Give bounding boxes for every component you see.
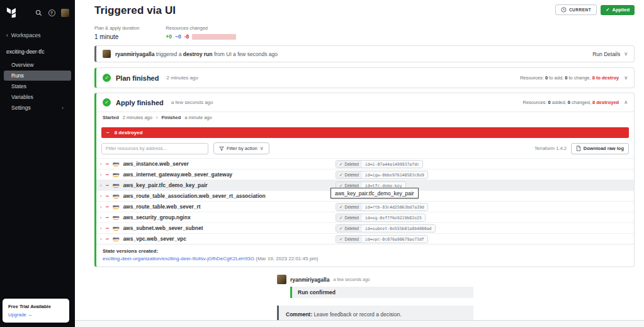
filter-by-action-button[interactable]: Filter by action ∨ [213,142,269,154]
resource-address: aws_route_table_association.web_sever_rt… [123,193,265,199]
chevron-down-icon: ∨ [624,51,628,57]
expand-chevron-icon[interactable]: › [100,236,102,242]
tooltip: aws_key_pair.tfc_demo_key_pair [330,188,419,198]
destroy-minus-icon: − [106,236,109,242]
state-version-link[interactable]: exciting-deer-organization/exciting-deer… [103,256,254,261]
apply-time: a few seconds ago [171,100,213,105]
free-trial-card: Free Trial Available Upgrade → [3,299,69,323]
resource-address: aws_internet_gateway.web_sever_gateway [123,171,232,178]
chevron-down-icon: ∨ [624,75,628,81]
resource-address: aws_instance.web_server [123,161,188,167]
clock-icon [561,7,567,13]
resource-address: aws_route_table.web_sever_rt [123,204,200,210]
filter-resources-input[interactable] [101,143,208,154]
chevron-down-icon: ∨ [260,146,264,151]
sidebar-top-bar: ? [0,0,75,24]
minus-icon: − [106,130,110,135]
apply-title: Apply finished [116,99,164,106]
sidebar-item-states[interactable]: States [4,81,71,91]
comment-user-avatar [277,275,286,284]
expand-chevron-icon[interactable]: › [100,172,102,178]
apply-finished-card: ✓ Apply finished a few seconds ago Resou… [94,93,635,267]
resource-address: aws_security_group.nginx [123,214,190,221]
destroyed-banner: − 8 destroyed [101,127,629,138]
sidebar-item-variables[interactable]: Variables [4,92,71,102]
back-to-workspaces-link[interactable]: ‹ Workspaces [0,24,75,42]
aws-provider-icon: aws [113,215,119,220]
page-title: Triggered via UI [94,4,176,17]
arrow-right-icon: → [28,312,33,318]
download-raw-log-button[interactable]: Download raw log [571,143,629,154]
apply-card-header[interactable]: ✓ Apply finished a few seconds ago Resou… [96,93,634,112]
expand-chevron-icon[interactable]: › [100,226,102,231]
check-icon: ✓ [339,205,342,210]
expand-chevron-icon[interactable]: › [100,193,102,199]
upgrade-link[interactable]: Upgrade → [8,312,64,318]
separator-icon: › [156,115,158,120]
expand-chevron-icon[interactable]: › [100,215,102,221]
sidebar-item-runs[interactable]: Runs [4,71,71,81]
check-icon: ✓ [339,173,342,178]
aws-provider-icon: aws [113,172,119,177]
user-avatar[interactable] [61,9,69,17]
expand-chevron-icon[interactable]: › [100,204,102,210]
run-trigger-card: ryanmiriyagalla triggered a destroy run … [94,45,635,62]
sidebar-item-settings[interactable]: Settings › [4,103,71,113]
resource-row[interactable]: › − aws aws_vpc.web_sever_vpc ✓Deleted i… [96,233,634,244]
sidebar-nav: Overview Runs States Variables Settings … [0,58,75,115]
trigger-user-avatar [103,50,111,58]
deleted-badge: ✓Deleted id=vpc-0c076a90679ae73df [336,235,428,243]
deleted-badge: ✓Deleted id=i-07a44a1499937afdc [336,160,423,168]
resources-changed-count: ~0 [175,33,181,40]
filter-bar: Filter by action ∨ Terraform 1.4.2 Downl… [101,142,629,154]
check-icon: ✓ [606,7,609,13]
comment-user-name: ryanmiriyagalla [290,277,329,283]
expand-chevron-icon[interactable]: › [100,183,102,188]
resource-table: › − aws aws_instance.web_server ✓Deleted… [96,158,634,244]
expand-chevron-icon[interactable]: › [100,161,102,167]
destroy-minus-icon: − [106,204,109,210]
aws-provider-icon: aws [113,236,119,241]
plan-destroy-count: 8 to destroy [592,75,619,81]
run-details-toggle[interactable]: Run Details ∨ [592,51,628,57]
duration-value: 1 minute [94,33,139,40]
aws-provider-icon: aws [113,204,119,209]
apply-success-icon: ✓ [103,98,111,106]
resource-id: id=igw-0bbe976140583c8e9 [362,171,427,178]
apply-timing-row: Started2 minutes ago › Finisheda minute … [96,112,634,123]
footer-strip [75,320,644,327]
resource-id: id=rtb-83c4d25063bd7a39d [362,204,427,210]
search-icon[interactable] [35,9,42,16]
resource-row[interactable]: › − aws aws_instance.web_server ✓Deleted… [96,158,634,169]
resource-rows: › − aws aws_instance.web_server ✓Deleted… [96,158,634,244]
resource-address: aws_subnet.web_sever_subnet [123,225,203,231]
sidebar: ? ‹ Workspaces exciting-deer-tfc Overvie… [0,0,75,327]
state-versions-section: State versions created: exciting-deer-or… [96,244,634,267]
resources-destroyed-count: -8 [184,33,189,40]
plan-finished-card[interactable]: ✓ Plan finished 2 minutes ago Resources:… [94,67,635,88]
destroy-minus-icon: − [106,161,109,167]
workspaces-label: Workspaces [11,32,41,38]
current-button[interactable]: CURRENT [555,4,597,15]
destroy-minus-icon: − [106,225,109,231]
applied-status-badge: ✓ Applied [601,5,635,15]
help-icon[interactable]: ? [48,9,55,16]
destroy-minus-icon: − [106,193,109,199]
resource-row[interactable]: › − aws aws_security_group.nginx ✓Delete… [96,212,634,222]
resources-changed-stat: Resources changed +0 ~0 -8 [166,25,236,40]
duration-stat: Plan & apply duration 1 minute [94,25,139,40]
sidebar-item-overview[interactable]: Overview [4,60,71,70]
resource-row[interactable]: › − aws aws_internet_gateway.web_sever_g… [96,169,634,180]
resource-row[interactable]: › − aws aws_subnet.web_sever_subnet ✓Del… [96,222,634,233]
chevron-up-icon: ∧ [624,100,628,105]
resource-row[interactable]: › − aws aws_route_table.web_sever_rt ✓De… [96,201,634,212]
state-version-date: (Mar 19, 2023 22:01:45 pm) [256,256,318,261]
check-icon: ✓ [339,237,342,242]
plan-time: 2 minutes ago [166,75,198,81]
run-meta: Plan & apply duration 1 minute Resources… [94,25,635,40]
file-icon [576,146,581,151]
apply-destroyed-count: 8 destroyed [592,100,619,105]
resource-id: id=vpc-0c076a90679ae73df [362,236,427,243]
funnel-icon [219,146,224,151]
comment-time: a few seconds ago [333,277,370,282]
